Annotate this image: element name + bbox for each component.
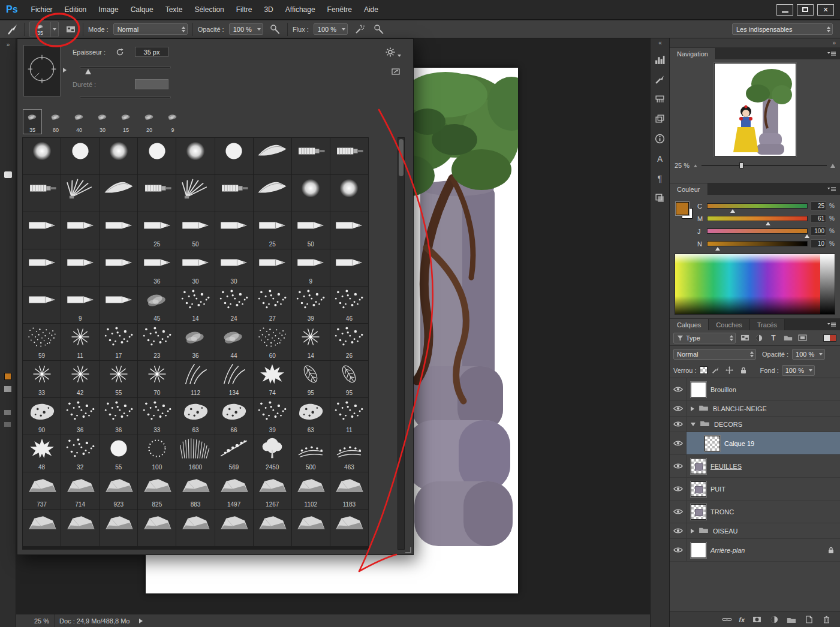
brush-preset[interactable] xyxy=(254,510,291,546)
brush-preset[interactable] xyxy=(100,510,137,546)
brush-preset[interactable]: 569 xyxy=(215,435,253,472)
scrollbar-thumb[interactable] xyxy=(399,139,404,176)
channel-slider-n[interactable] xyxy=(707,241,808,246)
brush-preset[interactable]: 9 xyxy=(61,287,99,323)
brush-preset[interactable]: 48 xyxy=(23,435,61,472)
brush-preset[interactable]: 883 xyxy=(176,472,214,509)
panel-menu-icon[interactable] xyxy=(827,50,836,58)
recent-brush-preset[interactable]: 30 xyxy=(94,110,112,134)
brush-preset[interactable] xyxy=(61,510,99,546)
tab-navigation[interactable]: Navigation xyxy=(670,48,716,59)
brush-preset[interactable] xyxy=(215,138,253,174)
size-slider[interactable] xyxy=(80,67,171,68)
lock-position-icon[interactable] xyxy=(724,365,735,376)
visibility-toggle[interactable] xyxy=(670,401,687,416)
brush-preset[interactable] xyxy=(138,138,176,174)
brush-preset[interactable] xyxy=(23,138,61,174)
brush-preset[interactable]: 1183 xyxy=(330,472,368,509)
group-toggle-icon[interactable] xyxy=(691,529,694,533)
brush-preset[interactable]: 1267 xyxy=(254,472,291,509)
tab-couches[interactable]: Couches xyxy=(709,319,749,330)
layer-row[interactable]: Brouillon xyxy=(670,378,840,401)
preview-expand-arrow[interactable] xyxy=(63,68,67,73)
grayscale-ramp[interactable] xyxy=(820,254,835,314)
menu-item-image[interactable]: Image xyxy=(92,0,124,20)
brush-preset[interactable] xyxy=(330,212,368,249)
brush-preset[interactable] xyxy=(61,138,99,174)
recent-brush-preset[interactable]: 9 xyxy=(164,110,182,134)
visibility-toggle[interactable] xyxy=(670,378,687,400)
brush-preset[interactable] xyxy=(61,212,99,249)
tab-traces[interactable]: Tracés xyxy=(750,319,785,330)
menu-item-filtre[interactable]: Filtre xyxy=(230,0,258,20)
menu-item-texte[interactable]: Texte xyxy=(159,0,189,20)
brush-preset[interactable]: 2450 xyxy=(254,435,291,472)
brush-preset[interactable] xyxy=(254,249,291,286)
brush-preset[interactable] xyxy=(292,175,330,212)
zoom-out-icon[interactable] xyxy=(694,164,697,167)
filter-kind-dropdown[interactable]: Type xyxy=(673,333,736,343)
brush-preset[interactable]: 737 xyxy=(23,472,61,509)
brush-preset[interactable]: 50 xyxy=(292,212,330,249)
reset-size-icon[interactable] xyxy=(116,49,124,57)
brush-preset[interactable] xyxy=(100,212,137,249)
new-group-icon[interactable] xyxy=(786,614,797,625)
gear-icon[interactable] xyxy=(386,47,401,58)
maximize-button[interactable] xyxy=(797,4,814,16)
recent-brush-preset[interactable]: 20 xyxy=(140,110,158,134)
resize-grip[interactable] xyxy=(405,547,411,553)
slider-thumb[interactable] xyxy=(715,247,720,251)
brush-preset[interactable]: 11 xyxy=(61,324,99,360)
brush-preset[interactable]: 30 xyxy=(215,249,253,286)
lock-all-icon[interactable] xyxy=(738,365,749,376)
new-layer-icon[interactable] xyxy=(803,614,814,625)
layer-row[interactable]: TRONC xyxy=(670,501,840,523)
zoom-in-icon[interactable] xyxy=(830,164,835,168)
panel-flyout-icon[interactable] xyxy=(392,68,400,76)
size-slider-thumb[interactable] xyxy=(85,69,91,74)
layer-row[interactable]: Calque 19 xyxy=(670,432,840,455)
layer-row[interactable]: Arrière-plan xyxy=(670,539,840,562)
brush-settings-panel-icon[interactable] xyxy=(652,91,668,107)
layer-row[interactable]: FEUILLES xyxy=(670,455,840,478)
brush-preset[interactable]: 33 xyxy=(138,398,176,435)
brush-preset[interactable]: 14 xyxy=(292,324,330,360)
navigator-zoom-value[interactable]: 25 % xyxy=(675,162,690,169)
layer-blend-mode-dropdown[interactable]: Normal xyxy=(673,349,756,360)
brush-preset[interactable] xyxy=(23,175,61,212)
brush-preset[interactable]: 11 xyxy=(330,398,368,435)
blend-mode-dropdown[interactable]: Normal xyxy=(113,23,188,35)
brush-preset[interactable]: 25 xyxy=(138,212,176,249)
brush-preset[interactable] xyxy=(330,175,368,212)
layer-thumbnail[interactable] xyxy=(691,382,706,397)
brush-preset[interactable]: 9 xyxy=(292,249,330,286)
brush-preset[interactable] xyxy=(100,138,137,174)
navigator-preview[interactable] xyxy=(714,63,796,156)
brush-preset[interactable]: 25 xyxy=(254,212,291,249)
brush-preset[interactable] xyxy=(100,287,137,323)
brush-preset[interactable] xyxy=(138,510,176,546)
menu-item-3d[interactable]: 3D xyxy=(258,0,279,20)
menu-item-slection[interactable]: Sélection xyxy=(188,0,230,20)
brush-preset[interactable]: 95 xyxy=(330,361,368,397)
workspace-dropdown[interactable]: Les indispensables xyxy=(732,23,833,35)
brush-preset[interactable]: 1497 xyxy=(215,472,253,509)
menu-item-fichier[interactable]: Fichier xyxy=(25,0,59,20)
delete-layer-icon[interactable] xyxy=(821,614,832,625)
brush-preset[interactable]: 112 xyxy=(176,361,214,397)
brush-preset-picker[interactable]: 35 xyxy=(29,22,59,37)
recent-brush-preset[interactable]: 80 xyxy=(47,110,65,134)
brush-preset[interactable]: 26 xyxy=(330,324,368,360)
foreground-color-swatch[interactable] xyxy=(4,373,11,380)
brush-preset[interactable]: 100 xyxy=(138,435,176,472)
filter-pixel-layers-icon[interactable] xyxy=(739,333,750,343)
panel-menu-icon[interactable] xyxy=(827,321,836,329)
toggle-brush-panel-icon[interactable] xyxy=(64,22,78,37)
zoom-slider-thumb[interactable] xyxy=(739,162,743,168)
brush-preset[interactable] xyxy=(254,138,291,174)
visibility-toggle[interactable] xyxy=(670,501,687,523)
lock-transparency-icon[interactable] xyxy=(700,366,707,374)
brush-preset[interactable]: 32 xyxy=(61,435,99,472)
layer-thumbnail[interactable] xyxy=(691,459,706,474)
menu-item-calque[interactable]: Calque xyxy=(125,0,159,20)
